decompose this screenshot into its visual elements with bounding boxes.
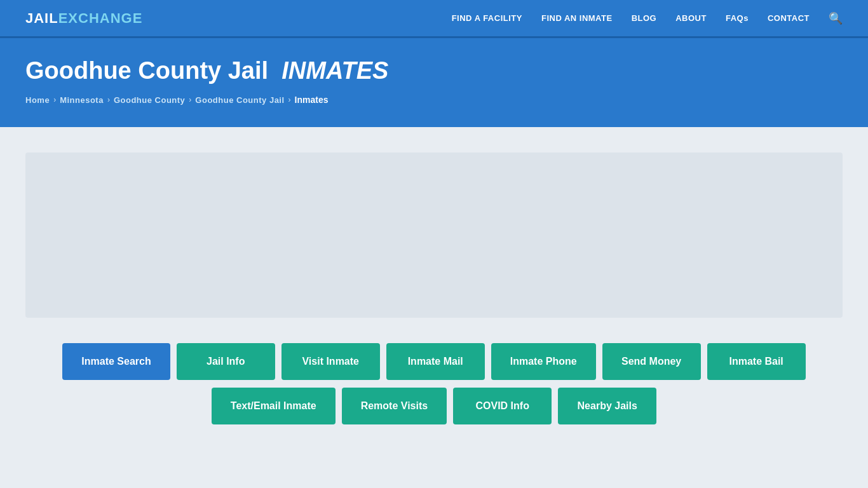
inmate-bail-button[interactable]: Inmate Bail — [707, 343, 806, 380]
breadcrumb-sep-1: › — [53, 95, 56, 104]
breadcrumb-home[interactable]: Home — [25, 95, 50, 105]
nav-faqs[interactable]: FAQs — [726, 13, 749, 23]
visit-inmate-button[interactable]: Visit Inmate — [281, 343, 380, 380]
page-title-main: Goodhue County Jail — [25, 57, 268, 84]
breadcrumb: Home › Minnesota › Goodhue County › Good… — [25, 95, 843, 105]
breadcrumb-goodhue-county[interactable]: Goodhue County — [114, 95, 185, 105]
nav-contact[interactable]: CONTACT — [768, 13, 810, 23]
nearby-jails-button[interactable]: Nearby Jails — [558, 388, 656, 424]
search-icon-button[interactable]: 🔍 — [829, 11, 843, 25]
breadcrumb-current: Inmates — [295, 95, 329, 105]
hero-section: Goodhue County Jail INMATES Home › Minne… — [0, 38, 868, 127]
breadcrumb-minnesota[interactable]: Minnesota — [60, 95, 104, 105]
nav-find-facility[interactable]: FIND A FACILITY — [452, 13, 522, 23]
ad-placeholder — [25, 152, 843, 318]
inmate-search-button[interactable]: Inmate Search — [62, 343, 170, 380]
buttons-row-1: Inmate SearchJail InfoVisit InmateInmate… — [62, 343, 805, 380]
breadcrumb-sep-2: › — [107, 95, 110, 104]
remote-visits-button[interactable]: Remote Visits — [342, 388, 447, 424]
main-nav: FIND A FACILITY FIND AN INMATE BLOG ABOU… — [452, 11, 843, 25]
inmate-phone-button[interactable]: Inmate Phone — [491, 343, 596, 380]
buttons-row-2: Text/Email InmateRemote VisitsCOVID Info… — [212, 388, 656, 424]
navigation-buttons: Inmate SearchJail InfoVisit InmateInmate… — [25, 343, 843, 424]
site-logo[interactable]: JAIL EXCHANGE — [25, 10, 142, 27]
nav-blog[interactable]: BLOG — [632, 13, 657, 23]
logo-jail-text: JAIL — [25, 10, 58, 27]
send-money-button[interactable]: Send Money — [602, 343, 701, 380]
jail-info-button[interactable]: Jail Info — [177, 343, 275, 380]
page-title-inmates: INMATES — [281, 57, 388, 84]
nav-about[interactable]: ABOUT — [675, 13, 707, 23]
page-title: Goodhue County Jail INMATES — [25, 57, 843, 85]
covid-info-button[interactable]: COVID Info — [453, 388, 552, 424]
breadcrumb-sep-3: › — [189, 95, 191, 104]
main-content: Inmate SearchJail InfoVisit InmateInmate… — [0, 127, 868, 463]
site-header: JAIL EXCHANGE FIND A FACILITY FIND AN IN… — [0, 0, 868, 38]
nav-find-inmate[interactable]: FIND AN INMATE — [541, 13, 613, 23]
breadcrumb-goodhue-county-jail[interactable]: Goodhue County Jail — [195, 95, 284, 105]
inmate-mail-button[interactable]: Inmate Mail — [386, 343, 485, 380]
logo-exchange-text: EXCHANGE — [58, 10, 143, 27]
text-email-inmate-button[interactable]: Text/Email Inmate — [212, 388, 336, 424]
breadcrumb-sep-4: › — [288, 95, 291, 104]
